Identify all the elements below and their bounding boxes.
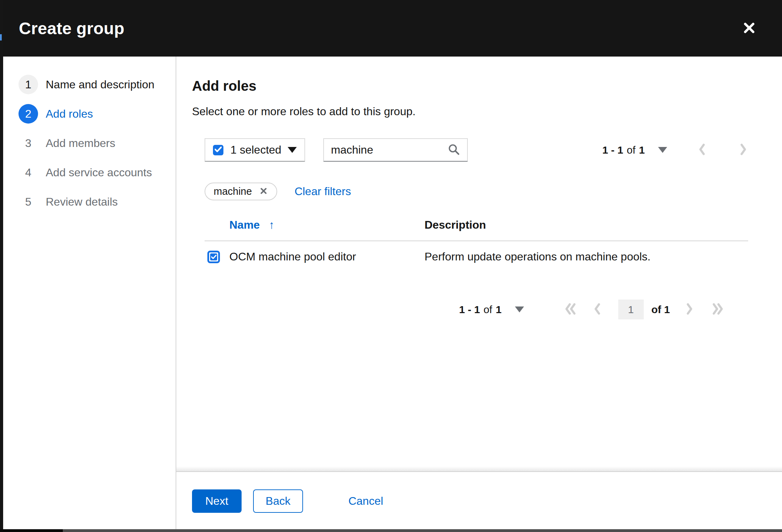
- wizard-content-column: Add roles Select one or more roles to ad…: [176, 57, 782, 529]
- step-number-badge: 5: [19, 192, 38, 212]
- step-number-badge: 1: [19, 75, 38, 94]
- modal-header: Create group: [3, 0, 782, 57]
- step-label: Add roles: [46, 108, 93, 120]
- wizard-step-name-and-description[interactable]: 1 Name and description: [19, 75, 176, 94]
- step-number-badge: 3: [19, 133, 38, 153]
- close-icon: [743, 21, 756, 36]
- column-header-name[interactable]: Name↑: [229, 216, 425, 241]
- page-backdrop-left: [0, 0, 3, 532]
- page-description: Select one or more roles to add to this …: [192, 104, 748, 119]
- pagination-menu-caret-icon[interactable]: [658, 147, 667, 153]
- pagination-of-word: of: [484, 304, 492, 315]
- table-row: OCM machine pool editor Perform update o…: [205, 241, 748, 272]
- double-chevron-right-icon: [710, 302, 725, 317]
- table-header-row: Name↑ Description: [205, 216, 748, 241]
- bulk-select-label: 1 selected: [230, 143, 281, 156]
- backdrop-bottom-dark-segment: [0, 529, 63, 532]
- page-of-total-label: of 1: [651, 304, 670, 316]
- pagination-menu-caret-icon[interactable]: [515, 306, 524, 312]
- active-filters-row: machine Clear filters: [205, 183, 748, 200]
- bulk-select-checkbox[interactable]: [213, 145, 223, 155]
- column-header-name-label: Name: [229, 219, 260, 231]
- wizard-steps-nav: 1 Name and description 2 Add roles 3 Add…: [3, 57, 176, 529]
- next-button[interactable]: Next: [192, 489, 242, 513]
- top-pagination: 1 - 1of1: [602, 143, 748, 157]
- wizard-footer: Next Back Cancel: [176, 471, 782, 529]
- backdrop-accent: [0, 34, 2, 40]
- role-description-cell: Perform update operations on machine poo…: [425, 241, 748, 272]
- modal-title: Create group: [19, 19, 124, 38]
- select-column-header: [205, 216, 229, 241]
- next-page-button[interactable]: [685, 302, 694, 317]
- modal-body: 1 Name and description 2 Add roles 3 Add…: [3, 57, 782, 529]
- step-label: Add members: [46, 137, 115, 150]
- pagination-range-text: 1 - 1of1: [459, 304, 502, 316]
- double-chevron-left-icon: [563, 302, 578, 317]
- row-select-cell: [205, 241, 229, 272]
- chevron-right-icon: [685, 302, 694, 317]
- caret-down-icon: [288, 147, 297, 153]
- step-label: Review details: [46, 195, 118, 208]
- create-group-modal: Create group 1 Name and description 2 Ad…: [3, 0, 782, 529]
- first-page-button[interactable]: [563, 302, 578, 317]
- bulk-select-dropdown[interactable]: 1 selected: [205, 138, 305, 162]
- chevron-left-icon: [697, 143, 706, 157]
- step-label: Name and description: [46, 78, 154, 91]
- page-number-input[interactable]: 1: [618, 300, 644, 319]
- chevron-left-icon: [592, 302, 602, 317]
- pagination-total: 1: [639, 144, 645, 156]
- remove-filter-button[interactable]: [259, 186, 268, 197]
- search-input[interactable]: [331, 143, 439, 156]
- next-page-button[interactable]: [739, 143, 748, 157]
- page-backdrop-bottom: [0, 529, 782, 532]
- role-name-cell: OCM machine pool editor: [229, 241, 425, 272]
- close-icon: [259, 186, 268, 197]
- wizard-step-add-service-accounts[interactable]: 4 Add service accounts: [19, 163, 176, 182]
- search-filter-box: [323, 138, 468, 162]
- step-number-badge: 4: [19, 163, 38, 182]
- clear-filters-link[interactable]: Clear filters: [295, 185, 351, 198]
- column-header-description: Description: [425, 216, 748, 241]
- close-button[interactable]: [741, 20, 758, 37]
- checkmark-icon: [215, 147, 222, 154]
- checkmark-icon: [210, 253, 217, 260]
- add-roles-panel: Add roles Select one or more roles to ad…: [176, 57, 782, 471]
- pagination-range-text: 1 - 1of1: [602, 144, 645, 156]
- page-title: Add roles: [192, 77, 748, 95]
- row-checkbox[interactable]: [207, 251, 220, 263]
- step-number-badge: 2: [19, 104, 38, 124]
- filter-chip-label: machine: [214, 186, 252, 197]
- previous-page-button[interactable]: [592, 302, 602, 317]
- last-page-button[interactable]: [710, 302, 725, 317]
- bottom-pagination: 1 - 1of1 1 of 1: [192, 300, 725, 319]
- chevron-right-icon: [739, 143, 748, 157]
- roles-toolbar: 1 selected 1 - 1of1: [205, 138, 748, 162]
- step-label: Add service accounts: [46, 166, 152, 179]
- filter-chip-machine: machine: [205, 183, 277, 200]
- pagination-range: 1 - 1: [459, 304, 480, 315]
- cancel-button[interactable]: Cancel: [348, 489, 383, 513]
- sort-ascending-icon[interactable]: ↑: [269, 219, 274, 231]
- column-header-description-label: Description: [425, 219, 486, 231]
- back-button[interactable]: Back: [253, 489, 303, 513]
- pagination-of-word: of: [627, 144, 635, 156]
- wizard-step-add-members[interactable]: 3 Add members: [19, 133, 176, 153]
- pagination-range: 1 - 1: [602, 144, 623, 156]
- previous-page-button[interactable]: [697, 143, 706, 157]
- search-icon[interactable]: [448, 143, 460, 157]
- pagination-total: 1: [496, 304, 502, 315]
- roles-table: Name↑ Description: [205, 216, 748, 272]
- wizard-step-add-roles[interactable]: 2 Add roles: [19, 104, 176, 124]
- wizard-step-review-details[interactable]: 5 Review details: [19, 192, 176, 212]
